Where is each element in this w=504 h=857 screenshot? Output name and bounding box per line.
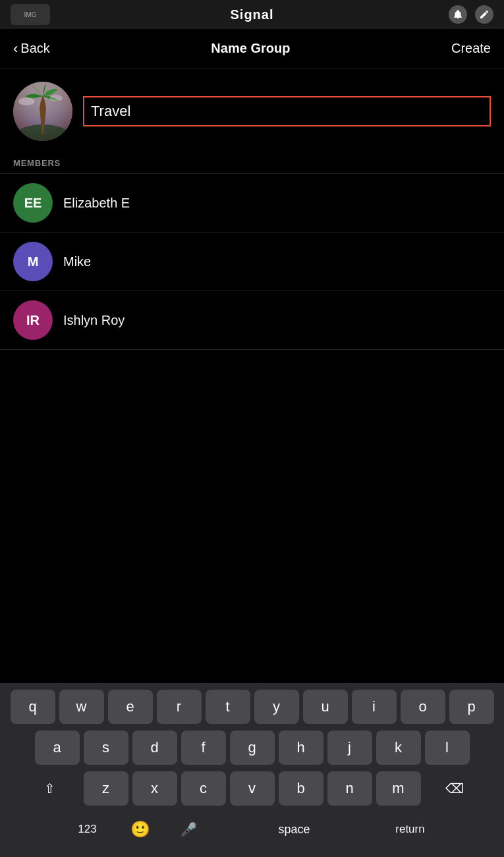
svg-point-3 (18, 97, 34, 105)
member-row: IR Ishlyn Roy (0, 291, 504, 349)
key-m[interactable]: m (376, 771, 421, 806)
app-name-label: Signal (230, 7, 273, 22)
member-name-ir: Ishlyn Roy (63, 313, 125, 328)
back-label: Back (20, 41, 49, 56)
key-emoji[interactable]: 🙂 (118, 812, 163, 846)
key-q[interactable]: q (11, 690, 55, 724)
key-j[interactable]: j (327, 731, 372, 765)
compose-icon (475, 5, 493, 24)
key-return[interactable]: return (378, 812, 443, 846)
member-avatar-m: M (13, 242, 53, 281)
member-row: EE Elizabeth E (0, 174, 504, 232)
nav-bar: ‹ Back Name Group Create (0, 29, 504, 69)
status-bar: IMG Signal (0, 0, 504, 29)
key-g[interactable]: g (230, 731, 275, 765)
member-name-m: Mike (63, 254, 91, 269)
key-l[interactable]: l (425, 731, 470, 765)
key-z[interactable]: z (84, 771, 128, 806)
key-x[interactable]: x (132, 771, 177, 806)
key-b[interactable]: b (279, 771, 323, 806)
group-avatar[interactable] (13, 82, 72, 141)
key-h[interactable]: h (279, 731, 323, 765)
divider-3 (0, 349, 504, 350)
key-r[interactable]: r (157, 690, 202, 724)
key-c[interactable]: c (181, 771, 226, 806)
key-n[interactable]: n (327, 771, 372, 806)
key-d[interactable]: d (132, 731, 177, 765)
keyboard-row-3: ⇧ z x c v b n m ⌫ (4, 771, 500, 806)
key-f[interactable]: f (181, 731, 226, 765)
key-t[interactable]: t (206, 690, 250, 724)
key-123[interactable]: 123 (61, 812, 114, 846)
notification-icon (449, 5, 467, 24)
member-avatar-ir: IR (13, 300, 53, 340)
key-y[interactable]: y (254, 690, 299, 724)
keyboard-row-4: 123 🙂 🎤 space return (4, 812, 500, 846)
member-initials-m: M (28, 254, 39, 269)
key-delete[interactable]: ⌫ (425, 771, 484, 806)
group-name-input[interactable] (83, 96, 491, 126)
members-section-label: MEMBERS (0, 148, 504, 173)
status-bar-icons (449, 5, 493, 24)
key-space[interactable]: space (215, 812, 374, 846)
key-e[interactable]: e (108, 690, 153, 724)
member-name-ee: Elizabeth E (63, 196, 130, 211)
member-initials-ee: EE (24, 196, 42, 211)
key-o[interactable]: o (401, 690, 445, 724)
back-chevron-icon: ‹ (13, 40, 18, 57)
key-s[interactable]: s (84, 731, 128, 765)
key-shift[interactable]: ⇧ (20, 771, 80, 806)
key-a[interactable]: a (35, 731, 80, 765)
keyboard-row-2: a s d f g h j k l (4, 731, 500, 765)
key-u[interactable]: u (303, 690, 348, 724)
back-button[interactable]: ‹ Back (13, 40, 50, 57)
group-name-section (0, 69, 504, 148)
key-v[interactable]: v (230, 771, 275, 806)
key-mic[interactable]: 🎤 (167, 812, 211, 846)
key-k[interactable]: k (376, 731, 421, 765)
key-i[interactable]: i (352, 690, 397, 724)
page-title: Name Group (211, 41, 290, 56)
member-avatar-ee: EE (13, 183, 53, 223)
group-name-input-wrapper (83, 96, 491, 126)
svg-point-4 (49, 95, 63, 101)
keyboard-row-1: q w e r t y u i o p (4, 690, 500, 724)
create-button[interactable]: Create (451, 41, 491, 56)
member-row: M Mike (0, 233, 504, 290)
status-bar-thumbnail: IMG (11, 4, 50, 25)
group-avatar-image (13, 82, 72, 141)
key-w[interactable]: w (59, 690, 104, 724)
key-p[interactable]: p (449, 690, 494, 724)
keyboard: q w e r t y u i o p a s d f g h j k l ⇧ … (0, 683, 504, 857)
content-area: MEMBERS EE Elizabeth E M Mike IR Ishlyn … (0, 69, 504, 350)
member-initials-ir: IR (26, 313, 40, 328)
